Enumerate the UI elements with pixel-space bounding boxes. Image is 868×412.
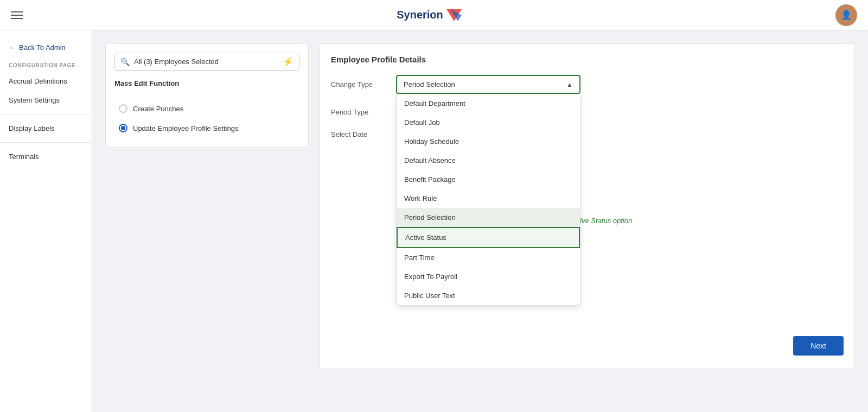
- back-to-admin-link[interactable]: ← Back To Admin: [0, 39, 92, 56]
- chevron-up-icon: ▲: [566, 81, 573, 88]
- dropdown-selected-value: Period Selection: [404, 80, 455, 88]
- create-punches-radio[interactable]: [119, 104, 127, 113]
- main-content: 🔍 All (3) Employees Selected ⚡ Mass Edit…: [92, 30, 868, 412]
- filter-icon[interactable]: ⚡: [283, 56, 293, 67]
- brand-logo-icon: [446, 9, 462, 21]
- employee-search-bar[interactable]: 🔍 All (3) Employees Selected ⚡: [114, 53, 299, 71]
- user-avatar[interactable]: 👤: [835, 4, 857, 26]
- mass-edit-title: Mass Edit Function: [114, 79, 299, 92]
- next-button[interactable]: Next: [793, 336, 844, 356]
- sidebar: ← Back To Admin CONFIGURATION PAGE Accru…: [0, 30, 92, 412]
- dropdown-item-period-selection[interactable]: Period Selection: [397, 208, 580, 227]
- sidebar-section-title: CONFIGURATION PAGE: [0, 56, 92, 72]
- dropdown-item-default-department[interactable]: Default Department: [397, 94, 580, 113]
- update-employee-label: Update Employee Profile Settings: [133, 124, 238, 132]
- sidebar-divider-2: [0, 142, 92, 143]
- back-label: Back To Admin: [19, 43, 66, 52]
- left-panel: 🔍 All (3) Employees Selected ⚡ Mass Edit…: [105, 43, 309, 147]
- change-type-row: Change Type Period Selection ▲ Default D…: [331, 75, 844, 94]
- dropdown-trigger[interactable]: Period Selection ▲: [396, 75, 580, 94]
- employee-search-value: All (3) Employees Selected: [134, 58, 278, 66]
- dropdown-item-part-time[interactable]: Part Time: [397, 248, 580, 267]
- update-employee-option[interactable]: Update Employee Profile Settings: [114, 118, 299, 138]
- right-panel: Employee Profile Details Change Type Per…: [320, 43, 855, 369]
- dropdown-item-active-status[interactable]: Active Status: [397, 227, 580, 248]
- next-btn-container: Next: [793, 336, 844, 356]
- dropdown-item-holiday-schedule[interactable]: Holiday Schedule: [397, 132, 580, 151]
- sidebar-item-accrual-definitions[interactable]: Accrual Definitions: [0, 72, 92, 91]
- create-punches-label: Create Punches: [133, 105, 183, 113]
- topnav: Synerion 👤: [0, 0, 868, 30]
- dropdown-item-default-job[interactable]: Default Job: [397, 113, 580, 132]
- dropdown-menu: Default Department Default Job Holiday S…: [396, 94, 580, 306]
- dropdown-item-public-user-text[interactable]: Public User Text: [397, 286, 580, 305]
- dropdown-item-work-rule[interactable]: Work Rule: [397, 189, 580, 208]
- sidebar-item-terminals[interactable]: Terminals: [0, 147, 92, 166]
- sidebar-divider: [0, 114, 92, 115]
- back-arrow-icon: ←: [9, 43, 16, 52]
- change-type-label: Change Type: [331, 75, 396, 88]
- change-type-field: Period Selection ▲ Default Department De…: [396, 75, 580, 94]
- brand-name: Synerion: [397, 9, 443, 21]
- dropdown-item-default-absence[interactable]: Default Absence: [397, 151, 580, 170]
- dropdown-item-export-to-payroll[interactable]: Export To Payroll: [397, 267, 580, 286]
- hamburger-menu[interactable]: [11, 11, 23, 19]
- create-punches-option[interactable]: Create Punches: [114, 99, 299, 118]
- update-employee-radio[interactable]: [119, 124, 127, 132]
- sidebar-item-system-settings[interactable]: System Settings: [0, 91, 92, 110]
- dropdown-item-benefit-package[interactable]: Benefit Package: [397, 170, 580, 189]
- panel-title: Employee Profile Details: [331, 55, 844, 64]
- period-type-label: Period Type: [331, 103, 396, 116]
- radio-inner-dot: [121, 126, 125, 130]
- main-layout: ← Back To Admin CONFIGURATION PAGE Accru…: [0, 30, 868, 412]
- search-icon: 🔍: [120, 58, 130, 66]
- change-type-dropdown[interactable]: Period Selection ▲ Default Department De…: [396, 75, 580, 94]
- select-date-label: Select Date: [331, 125, 396, 138]
- brand: Synerion: [397, 9, 462, 21]
- sidebar-item-display-labels[interactable]: Display Labels: [0, 119, 92, 138]
